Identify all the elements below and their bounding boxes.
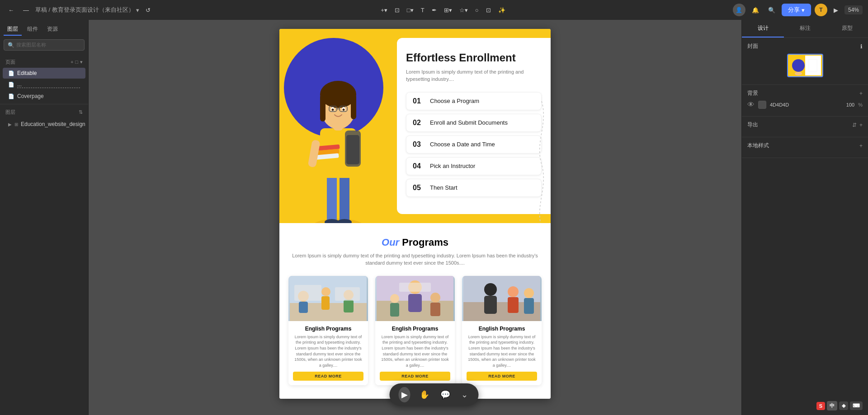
svg-rect-52: [805, 56, 821, 75]
classroom-svg-1: [290, 276, 367, 321]
add-background-icon[interactable]: +: [859, 90, 863, 97]
layers-sort-icon[interactable]: ⇅: [79, 109, 83, 115]
avatar[interactable]: 👤: [733, 4, 745, 16]
step-3: 03 Choose a Date and Time: [406, 135, 542, 154]
read-more-btn-2[interactable]: READ MORE: [380, 372, 450, 381]
top-toolbar: ← — 草稿 / 教育登录页面设计（来自社区） ▾ ↺ +▾ ⊡ □▾ T ✒ …: [0, 0, 868, 20]
user-icon[interactable]: T: [815, 4, 827, 16]
watermark-s-badge: S: [816, 402, 825, 410]
layers-section: 图层 ⇅ ▶ ⊞ Education_website_design: [0, 104, 88, 415]
export-options-icon[interactable]: ⇵: [852, 122, 857, 128]
eye-icon[interactable]: 👁: [747, 101, 755, 109]
tab-assets[interactable]: 资源: [43, 23, 61, 36]
page-label: Editable: [17, 70, 37, 76]
expand-pages-icon[interactable]: ▾: [80, 59, 83, 65]
watermark-dot-badge: ◈: [839, 401, 848, 410]
minimize-button[interactable]: —: [20, 5, 32, 15]
share-button[interactable]: 分享 ▾: [782, 4, 811, 16]
classroom-svg-3: [463, 276, 540, 321]
read-more-btn-3[interactable]: READ MORE: [467, 372, 537, 381]
canvas-area[interactable]: Effortless Enrollment Lorem Ipsum is sim…: [89, 20, 741, 415]
program-card-1: English Programs Lorem Ipsum is simply d…: [288, 276, 368, 386]
pages-section: 页面 + □ ▾ 📄 Editable 📄 ... 📄 Coverpage: [0, 54, 88, 104]
steps-container: 01 Choose a Program 02 Enroll and Submit…: [406, 92, 542, 197]
hero-right: Effortless Enrollment Lorem Ipsum is sim…: [397, 38, 551, 214]
cover-section: 封面 ℹ: [742, 38, 868, 85]
select-tool-button[interactable]: ▶: [399, 387, 410, 402]
tab-layers[interactable]: 图层: [4, 23, 22, 36]
zoom-level[interactable]: 54%: [844, 5, 863, 14]
play-button[interactable]: ▶: [831, 5, 841, 15]
search-placeholder: 搜索图层名称: [16, 42, 46, 48]
page-dotted[interactable]: 📄 ...: [3, 79, 85, 90]
step-4-label: Pick an Instructor: [430, 163, 475, 169]
notification-button[interactable]: 🔔: [749, 5, 762, 15]
hero-title: Effortless Enrollment: [406, 51, 542, 65]
cover-thumbnail[interactable]: [787, 54, 823, 77]
hand-tool-button[interactable]: ✋: [418, 388, 431, 401]
local-style-label: 本地样式: [747, 142, 769, 149]
tab-components[interactable]: 组件: [24, 23, 42, 36]
page-coverpage[interactable]: 📄 Coverpage: [3, 91, 85, 102]
tab-design[interactable]: 设计: [742, 20, 784, 37]
layer-item-education[interactable]: ▶ ⊞ Education_website_design: [3, 119, 85, 130]
page-options-icon[interactable]: □: [75, 59, 78, 65]
page-editable[interactable]: 📄 Editable: [3, 68, 85, 79]
back-button[interactable]: ←: [5, 5, 17, 15]
tab-annotation[interactable]: 标注: [784, 20, 826, 37]
background-section-header: 背景 +: [747, 89, 863, 97]
programs-grid: English Programs Lorem Ipsum is simply d…: [288, 276, 542, 386]
main-layout: 图层 组件 资源 🔍 搜索图层名称 页面 + □ ▾ 📄 Editable: [0, 20, 868, 415]
background-row: 👁 4D4D4D 100 %: [747, 101, 863, 109]
sidebar-tabs: 图层 组件 资源: [0, 20, 88, 36]
step-3-number: 03: [413, 140, 425, 149]
shape-tool[interactable]: □▾: [404, 5, 416, 15]
add-page-icon[interactable]: +: [71, 59, 73, 65]
page-label-2: ...: [17, 81, 80, 88]
search-icon: 🔍: [8, 42, 14, 48]
frame-tool[interactable]: ⊡: [392, 5, 402, 15]
svg-rect-16: [351, 94, 356, 119]
step-5-label: Then Start: [430, 184, 458, 191]
refresh-button[interactable]: ↺: [143, 5, 153, 15]
export-add-icon[interactable]: +: [859, 122, 863, 128]
circle-tool[interactable]: ○: [472, 5, 481, 15]
program-desc-3: Lorem Ipsum is simply dummy text of the …: [467, 334, 537, 368]
crop-tool[interactable]: ⊡: [483, 5, 494, 15]
background-color-swatch[interactable]: [758, 101, 766, 109]
svg-rect-37: [408, 294, 422, 312]
cover-thumbnail-preview: [789, 56, 821, 75]
more-tools-button[interactable]: ⌄: [459, 388, 470, 401]
export-section: 导出 ⇵ +: [742, 117, 868, 137]
svg-point-38: [390, 294, 399, 303]
page-label-3: Coverpage: [17, 93, 44, 99]
star-tool[interactable]: ☆▾: [457, 5, 471, 15]
program-body-3: English Programs Lorem Ipsum is simply d…: [462, 321, 542, 386]
hero-section: Effortless Enrollment Lorem Ipsum is sim…: [279, 29, 551, 223]
export-section-header: 导出 ⇵ +: [747, 121, 863, 129]
program-image-bg-3: [462, 276, 542, 321]
layer-search[interactable]: 🔍 搜索图层名称: [4, 39, 85, 51]
pen-tool[interactable]: ✒: [429, 5, 439, 15]
svg-rect-15: [320, 94, 326, 121]
steps-connector-svg: [535, 97, 548, 223]
read-more-btn-1[interactable]: READ MORE: [293, 372, 363, 381]
magic-tool[interactable]: ✨: [495, 5, 508, 15]
step-1-label: Choose a Program: [430, 98, 479, 104]
svg-rect-31: [344, 300, 354, 312]
step-3-label: Choose a Date and Time: [430, 141, 495, 148]
local-style-add-icon[interactable]: +: [859, 143, 863, 149]
comment-tool-button[interactable]: 💬: [439, 388, 452, 401]
info-icon: ℹ: [860, 43, 863, 50]
cover-section-header: 封面 ℹ: [747, 42, 863, 50]
watermark-zh-badge: 中: [827, 401, 837, 410]
image-tool[interactable]: ⊞▾: [441, 5, 455, 15]
tab-prototype[interactable]: 原型: [826, 20, 868, 37]
search-button[interactable]: 🔍: [765, 5, 778, 15]
right-panel: 设计 标注 原型 封面 ℹ: [741, 20, 868, 415]
text-tool[interactable]: T: [418, 5, 427, 15]
background-section: 背景 + 👁 4D4D4D 100 %: [742, 85, 868, 117]
add-tool[interactable]: +▾: [378, 5, 390, 15]
program-image-1: [288, 276, 368, 321]
svg-point-49: [524, 288, 534, 298]
